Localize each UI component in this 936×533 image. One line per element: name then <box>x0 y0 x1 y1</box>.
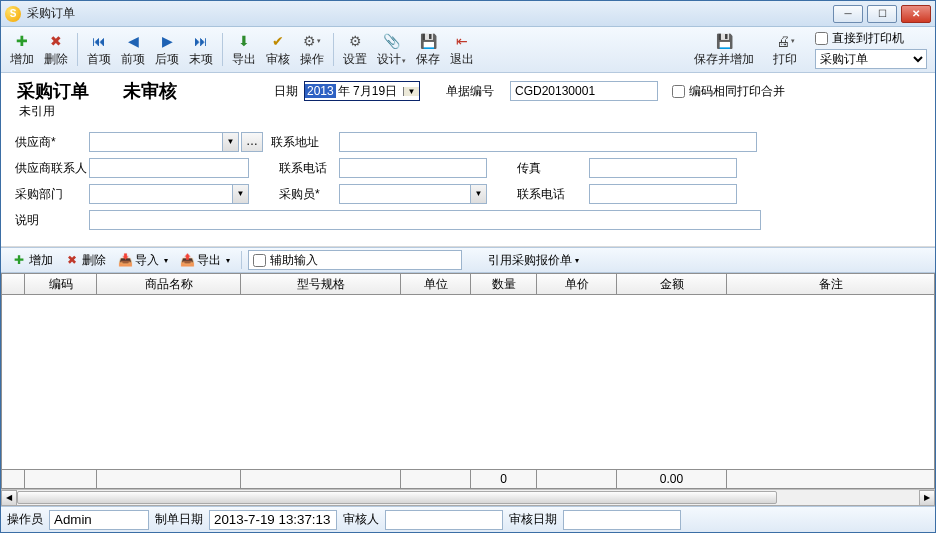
operator-label: 操作员 <box>7 511 43 528</box>
direct-printer-label: 直接到打印机 <box>832 30 904 47</box>
docno-label: 单据编号 <box>446 83 494 100</box>
scroll-left-icon[interactable]: ◀ <box>1 490 17 506</box>
fax-label: 传真 <box>517 160 557 177</box>
docno-input[interactable] <box>510 81 658 101</box>
save-and-add-button[interactable]: 💾保存并增加 <box>689 29 759 71</box>
window-title: 采购订单 <box>27 5 833 22</box>
form-area: 供应商* ▼ … 联系地址 供应商联系人 联系电话 传真 采购部门 ▼ 采购员*… <box>1 128 935 247</box>
contact-addr-label: 联系地址 <box>271 134 339 151</box>
scroll-thumb[interactable] <box>17 491 777 504</box>
operator-input[interactable] <box>49 510 149 530</box>
print-template-select[interactable]: 采购订单 <box>815 49 927 69</box>
action-button[interactable]: ⚙▾操作 <box>295 29 329 71</box>
exit-button[interactable]: ⇤退出 <box>445 29 479 71</box>
grid-footer: 0 0.00 <box>1 469 935 489</box>
auditor-input[interactable] <box>385 510 503 530</box>
delete-button[interactable]: ✖删除 <box>39 29 73 71</box>
minimize-button[interactable]: ─ <box>833 5 863 23</box>
phone2-input[interactable] <box>589 184 737 204</box>
phone2-label: 联系电话 <box>517 186 577 203</box>
grid-add-button[interactable]: ✚增加 <box>7 249 58 272</box>
statusbar: 操作员 制单日期 审核人 审核日期 <box>1 506 935 532</box>
chevron-down-icon[interactable]: ▼ <box>222 133 238 151</box>
col-unit[interactable]: 单位 <box>401 274 471 294</box>
next-button[interactable]: ▶后项 <box>150 29 184 71</box>
date-input[interactable]: 2013 年 7月19日 ▼ <box>304 81 420 101</box>
phone-input[interactable] <box>339 158 487 178</box>
desc-label: 说明 <box>15 212 89 229</box>
audit-button[interactable]: ✔审核 <box>261 29 295 71</box>
dept-label: 采购部门 <box>15 186 89 203</box>
supplier-picker-button[interactable]: … <box>241 132 263 152</box>
grid-body[interactable] <box>1 295 935 469</box>
close-button[interactable]: ✕ <box>901 5 931 23</box>
ref-state: 未引用 <box>1 103 935 128</box>
quote-button[interactable]: 引用采购报价单▾ <box>488 252 579 269</box>
audit-date-label: 审核日期 <box>509 511 557 528</box>
grid-delete-button[interactable]: ✖删除 <box>60 249 111 272</box>
col-amount[interactable]: 金额 <box>617 274 727 294</box>
app-icon: S <box>5 6 21 22</box>
chevron-down-icon[interactable]: ▼ <box>232 185 248 203</box>
horizontal-scrollbar[interactable]: ◀ ▶ <box>1 489 935 505</box>
col-price[interactable]: 单价 <box>537 274 617 294</box>
aux-input[interactable]: 辅助输入 <box>248 250 462 270</box>
sum-amount: 0.00 <box>617 470 727 488</box>
design-button[interactable]: 📎设计▾ <box>372 29 411 71</box>
print-button[interactable]: 🖨▾打印 <box>768 29 802 71</box>
chevron-down-icon[interactable]: ▼ <box>470 185 486 203</box>
buyer-label: 采购员* <box>279 186 339 203</box>
grid-export-button[interactable]: 📤导出▾ <box>175 249 235 272</box>
make-date-label: 制单日期 <box>155 511 203 528</box>
col-selector[interactable] <box>1 274 25 294</box>
auditor-label: 审核人 <box>343 511 379 528</box>
merge-print-checkbox[interactable]: 编码相同打印合并 <box>672 83 785 100</box>
prev-button[interactable]: ◀前项 <box>116 29 150 71</box>
col-code[interactable]: 编码 <box>25 274 97 294</box>
settings-button[interactable]: ⚙设置 <box>338 29 372 71</box>
titlebar: S 采购订单 ─ ☐ ✕ <box>1 1 935 27</box>
scroll-right-icon[interactable]: ▶ <box>919 490 935 506</box>
col-spec[interactable]: 型号规格 <box>241 274 401 294</box>
grid: 编码 商品名称 型号规格 单位 数量 单价 金额 备注 0 0.00 ◀ ▶ <box>1 273 935 506</box>
sum-qty: 0 <box>471 470 537 488</box>
date-label: 日期 <box>274 83 298 100</box>
col-qty[interactable]: 数量 <box>471 274 537 294</box>
maximize-button[interactable]: ☐ <box>867 5 897 23</box>
add-button[interactable]: ✚增加 <box>5 29 39 71</box>
fax-input[interactable] <box>589 158 737 178</box>
col-name[interactable]: 商品名称 <box>97 274 241 294</box>
desc-input[interactable] <box>89 210 761 230</box>
audit-date-input[interactable] <box>563 510 681 530</box>
supplier-contact-label: 供应商联系人 <box>15 160 89 177</box>
page-title: 采购订单 <box>17 79 89 103</box>
col-remark[interactable]: 备注 <box>727 274 935 294</box>
last-button[interactable]: ⏭末项 <box>184 29 218 71</box>
first-button[interactable]: ⏮首项 <box>82 29 116 71</box>
contact-addr-input[interactable] <box>339 132 757 152</box>
supplier-contact-input[interactable] <box>89 158 249 178</box>
export-button[interactable]: ⬇导出 <box>227 29 261 71</box>
supplier-combo[interactable]: ▼ <box>89 132 239 152</box>
doc-header: 采购订单 未审核 日期 2013 年 7月19日 ▼ 单据编号 编码相同打印合并 <box>1 73 935 103</box>
main-toolbar: ✚增加 ✖删除 ⏮首项 ◀前项 ▶后项 ⏭末项 ⬇导出 ✔审核 ⚙▾操作 ⚙设置… <box>1 27 935 73</box>
make-date-input[interactable] <box>209 510 337 530</box>
buyer-combo[interactable]: ▼ <box>339 184 487 204</box>
save-button[interactable]: 💾保存 <box>411 29 445 71</box>
direct-printer-checkbox[interactable]: 直接到打印机 <box>815 30 927 47</box>
grid-header: 编码 商品名称 型号规格 单位 数量 单价 金额 备注 <box>1 273 935 295</box>
audit-state: 未审核 <box>123 79 177 103</box>
chevron-down-icon[interactable]: ▼ <box>403 87 419 96</box>
dept-combo[interactable]: ▼ <box>89 184 249 204</box>
grid-toolbar: ✚增加 ✖删除 📥导入▾ 📤导出▾ 辅助输入 引用采购报价单▾ <box>1 247 935 273</box>
grid-import-button[interactable]: 📥导入▾ <box>113 249 173 272</box>
supplier-label: 供应商* <box>15 134 89 151</box>
phone-label: 联系电话 <box>279 160 339 177</box>
